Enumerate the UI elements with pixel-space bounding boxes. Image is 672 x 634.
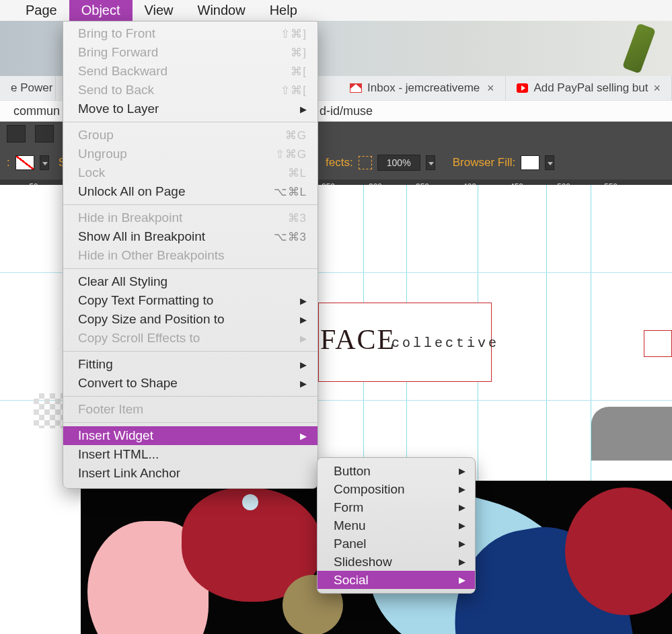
menu-label: Ungroup — [78, 147, 127, 161]
menu-item-insert-link-anchor[interactable]: Insert Link Anchor — [63, 464, 318, 483]
menu-view[interactable]: View — [133, 0, 186, 21]
browser-tab-gmail[interactable]: Inbox - jemcreativeme × — [339, 76, 505, 100]
chevron-right-icon: ▶ — [300, 431, 307, 441]
dropdown-icon[interactable] — [426, 155, 435, 170]
chevron-right-icon: ▶ — [300, 315, 307, 325]
close-icon[interactable]: × — [654, 81, 661, 95]
chevron-right-icon: ▶ — [459, 575, 465, 585]
submenu-item-menu[interactable]: Menu▶ — [318, 516, 475, 534]
menu-label: Fitting — [78, 357, 113, 372]
chevron-right-icon: ▶ — [459, 484, 465, 494]
menu-object[interactable]: Object — [69, 0, 133, 21]
menu-item-copy-scroll-effects[interactable]: Copy Scroll Effects to▶ — [63, 329, 318, 348]
logo-face-text: FACE — [320, 323, 396, 356]
browser-tab-0[interactable]: e Power Pat — [0, 76, 56, 100]
dropdown-icon[interactable] — [545, 155, 554, 170]
opacity-input[interactable]: 100% — [377, 155, 420, 171]
chevron-right-icon: ▶ — [300, 104, 307, 114]
menu-item-copy-size-position[interactable]: Copy Size and Position to▶ — [63, 310, 318, 329]
tool-button[interactable] — [35, 125, 54, 143]
menu-item-insert-widget[interactable]: Insert Widget▶ — [63, 426, 318, 445]
menu-item-ungroup[interactable]: Ungroup⇧⌘G — [63, 145, 318, 163]
menu-label: Button — [334, 464, 371, 479]
shortcut: ⇧⌘G — [275, 147, 307, 161]
url-fragment: commun — [13, 104, 60, 118]
menu-item-clear-styling[interactable]: Clear All Styling — [63, 272, 318, 291]
menu-item-copy-text-formatting[interactable]: Copy Text Formatting to▶ — [63, 291, 318, 310]
menu-help[interactable]: Help — [258, 0, 309, 21]
menu-label: Slideshow — [334, 555, 392, 569]
url-fragment: d-id/muse — [320, 104, 373, 118]
menu-label: Move to Layer — [78, 102, 159, 116]
menu-item-send-to-back[interactable]: Send to Back⇧⌘[ — [63, 81, 318, 100]
gmail-icon — [350, 83, 362, 93]
shortcut: ⌘G — [285, 128, 307, 143]
menu-label: Send Backward — [78, 64, 167, 79]
menu-item-group[interactable]: Group⌘G — [63, 126, 318, 145]
dropdown-icon[interactable] — [40, 155, 49, 170]
menu-label: Panel — [334, 537, 367, 551]
menu-label: Show All in Breakpoint — [78, 229, 205, 244]
menu-label: Insert Widget — [78, 428, 153, 443]
shortcut: ⌘[ — [291, 65, 307, 79]
browser-fill-swatch[interactable] — [521, 155, 539, 170]
menu-page[interactable]: Page — [13, 0, 69, 21]
submenu-item-slideshow[interactable]: Slideshow▶ — [318, 553, 475, 571]
object-menu-dropdown: Bring to Front⇧⌘] Bring Forward⌘] Send B… — [63, 21, 318, 489]
chevron-right-icon: ▶ — [300, 333, 307, 344]
chevron-right-icon: ▶ — [300, 296, 307, 306]
browser-tab-youtube[interactable]: Add PayPal selling but × — [506, 76, 672, 100]
shortcut: ⌘3 — [288, 211, 307, 225]
shortcut: ⌘L — [288, 166, 307, 180]
chevron-right-icon: ▶ — [300, 360, 307, 370]
logo-frame-right[interactable] — [644, 330, 672, 357]
effects-icon[interactable] — [359, 156, 372, 169]
menu-label: Composition — [334, 482, 405, 497]
chevron-right-icon: ▶ — [459, 520, 465, 530]
tab-label: Inbox - jemcreativeme — [367, 81, 480, 95]
chevron-right-icon: ▶ — [300, 379, 307, 389]
menu-item-insert-html[interactable]: Insert HTML... — [63, 445, 318, 464]
menu-label: Unlock All on Page — [78, 184, 186, 199]
submenu-item-form[interactable]: Form▶ — [318, 498, 475, 516]
menu-item-move-to-layer[interactable]: Move to Layer▶ — [63, 100, 318, 118]
tool-button[interactable] — [7, 125, 26, 143]
menu-item-lock[interactable]: Lock⌘L — [63, 163, 318, 182]
browser-fill-label: Browser Fill: — [453, 156, 516, 169]
menu-label: Lock — [78, 165, 105, 180]
menu-label: Form — [334, 500, 363, 515]
menu-item-unlock-all[interactable]: Unlock All on Page⌥⌘L — [63, 182, 318, 201]
menu-label: Insert HTML... — [78, 447, 159, 462]
menu-item-convert-to-shape[interactable]: Convert to Shape▶ — [63, 374, 318, 393]
menu-item-hide-other-breakpoints[interactable]: Hide in Other Breakpoints — [63, 246, 318, 265]
chevron-right-icon: ▶ — [459, 502, 465, 512]
shortcut: ⇧⌘[ — [281, 83, 307, 97]
close-icon[interactable]: × — [487, 81, 494, 95]
menu-item-send-backward[interactable]: Send Backward⌘[ — [63, 62, 318, 81]
menu-item-show-all-breakpoint[interactable]: Show All in Breakpoint⌥⌘3 — [63, 227, 318, 246]
submenu-item-panel[interactable]: Panel▶ — [318, 534, 475, 553]
effects-label: fects: — [326, 156, 353, 169]
fill-swatch[interactable] — [15, 155, 34, 170]
menu-label: Hide in Other Breakpoints — [78, 248, 225, 263]
submenu-item-button[interactable]: Button▶ — [318, 462, 475, 480]
menu-label: Send to Back — [78, 83, 154, 97]
submenu-item-social[interactable]: Social▶ — [318, 571, 475, 589]
menu-label: Copy Text Formatting to — [78, 293, 213, 308]
menu-window[interactable]: Window — [186, 0, 258, 21]
chevron-right-icon: ▶ — [459, 539, 465, 549]
menu-label: Bring Forward — [78, 45, 158, 60]
menu-label: Clear All Styling — [78, 274, 167, 289]
submenu-item-composition[interactable]: Composition▶ — [318, 480, 475, 498]
menu-label: Copy Size and Position to — [78, 312, 225, 327]
tab-label: e Power Pat — [11, 81, 56, 95]
menu-label: Social — [334, 573, 369, 588]
menu-item-bring-to-front[interactable]: Bring to Front⇧⌘] — [63, 24, 318, 43]
menu-item-hide-breakpoint[interactable]: Hide in Breakpoint⌘3 — [63, 208, 318, 227]
shortcut: ⌥⌘3 — [274, 230, 307, 244]
menu-item-bring-forward[interactable]: Bring Forward⌘] — [63, 43, 318, 62]
chevron-right-icon: ▶ — [459, 557, 465, 567]
logo-collective-text: collective — [391, 335, 499, 351]
menu-item-footer-item[interactable]: Footer Item — [63, 400, 318, 419]
menu-item-fitting[interactable]: Fitting▶ — [63, 355, 318, 374]
